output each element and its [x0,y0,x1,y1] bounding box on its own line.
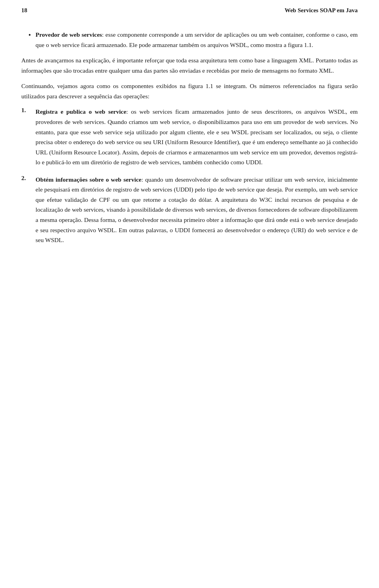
list-item-number-1: 1. [21,107,36,114]
page-number: 18 [21,7,27,14]
page-header: 18 Web Services SOAP em Java [0,0,379,19]
bullet-bold-provedor: Provedor de web services [36,31,102,38]
list-item-number-2: 2. [21,175,36,182]
bullet-item-provedor: • Provedor de web services: esse compone… [21,30,358,50]
page: 18 Web Services SOAP em Java • Provedor … [0,0,379,588]
header-title: Web Services SOAP em Java [285,7,358,14]
list-item-2: 2. Obtém informações sobre o web service… [21,175,358,245]
paragraph-1: Antes de avançarmos na explicação, é imp… [21,55,358,75]
numbered-list: 1. Registra e publica o web service: os … [21,107,358,245]
list-item-text-1: : os web services ficam armazenados junt… [36,108,358,165]
list-item-text-2: : quando um desenvolvedor de software pr… [36,176,358,243]
list-item-content-2: Obtém informações sobre o web service: q… [36,175,358,245]
list-item-bold-1: Registra e publica o web service [36,108,126,115]
list-item-bold-2: Obtém informações sobre o web service [36,176,141,183]
list-item-content-1: Registra e publica o web service: os web… [36,107,358,167]
page-content: • Provedor de web services: esse compone… [0,19,379,274]
paragraph-2: Continuando, vejamos agora como os compo… [21,81,358,101]
bullet-dot: • [28,30,36,41]
bullet-content-provedor: Provedor de web services: esse component… [36,30,358,50]
list-item-1: 1. Registra e publica o web service: os … [21,107,358,167]
